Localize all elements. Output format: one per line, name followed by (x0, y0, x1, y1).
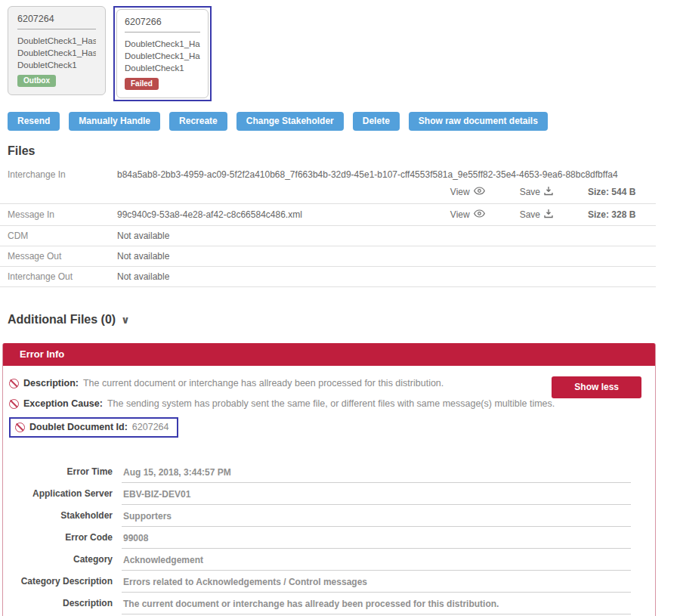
error-exception-cause-line: Exception Cause: The sending system has … (9, 397, 641, 410)
status-badge: Failed (125, 78, 159, 90)
file-row-value: Not available (117, 231, 656, 241)
field-value: Aug 15, 2018, 3:44:57 PM (122, 463, 631, 483)
show-less-button[interactable]: Show less (552, 376, 641, 398)
view-link[interactable]: View (450, 209, 485, 220)
document-id: 6207264 (17, 14, 96, 24)
additional-files-heading: Additional Files (0) (8, 313, 116, 327)
document-card-line: DoubletCheck1_HashV... (17, 35, 96, 47)
field-value: The current document or interchange has … (122, 595, 631, 614)
field-value: 99008 (122, 529, 631, 549)
card-divider (125, 32, 200, 33)
file-row-value: Not available (117, 271, 656, 282)
file-row-value: 99c940c9-53a8-4e28-af42-c8c66584c486.xml (117, 209, 450, 220)
view-link-label: View (450, 209, 470, 220)
field-label: Stakeholder (9, 507, 113, 527)
document-card-line: DoubletCheck1_HashV... (17, 47, 96, 59)
document-id: 6207266 (125, 17, 200, 27)
manually-handle-button[interactable]: Manually Handle (69, 112, 160, 131)
document-card[interactable]: 6207266 DoubletCheck1_HashV... DoubletCh… (116, 9, 209, 98)
chevron-down-icon: ∨ (121, 314, 129, 326)
field-label: Application Server (9, 485, 113, 505)
field-row-error-time: Error Time Aug 15, 2018, 3:44:57 PM (9, 463, 631, 483)
change-stakeholder-button[interactable]: Change Stakeholder (236, 112, 344, 131)
document-card-list: 6207264 DoubletCheck1_HashV... DoubletCh… (0, 0, 680, 101)
file-row-cdm: CDM Not available (0, 226, 656, 246)
page: 6207264 DoubletCheck1_HashV... DoubletCh… (0, 0, 680, 616)
file-row-label: Interchange In (0, 169, 117, 180)
delete-button[interactable]: Delete (353, 112, 400, 131)
field-label: Error Time (9, 463, 113, 483)
error-info-body: Show less Description: The current docum… (3, 366, 655, 616)
note-label: Exception Cause: (23, 398, 103, 409)
doublet-document-id-box[interactable]: Doublet Document Id: 6207264 (9, 417, 178, 438)
save-link[interactable]: Save (520, 186, 553, 198)
file-row-value: b84a5ab8-2bb3-4959-ac09-5f2f2a410b68_7f6… (117, 169, 656, 180)
note-text: The sending system has probably sent the… (107, 398, 555, 409)
error-info-header: Error Info (3, 343, 655, 366)
view-link-label: View (450, 187, 470, 197)
field-label: Category (9, 551, 113, 571)
file-size: Size: 544 B (588, 187, 656, 197)
file-row-interchange-out: Interchange Out Not available (0, 267, 656, 287)
field-row-stakeholder: Stakeholder Supporters (9, 507, 631, 527)
file-row-interchange-in: Interchange In b84a5ab8-2bb3-4959-ac09-5… (0, 165, 656, 204)
files-section: Files Interchange In b84a5ab8-2bb3-4959-… (0, 144, 656, 287)
file-row-label: Message Out (0, 251, 117, 262)
document-card-line: DoubletCheck1_HashV... (125, 50, 200, 62)
eye-icon (474, 209, 485, 220)
field-label: Error Code (9, 529, 113, 549)
field-label: Description (9, 595, 113, 614)
error-fields-list: Error Time Aug 15, 2018, 3:44:57 PM Appl… (9, 463, 641, 616)
view-link[interactable]: View (450, 187, 485, 197)
field-row-category-description: Category Description Errors related to A… (9, 573, 631, 593)
eye-icon (474, 187, 485, 197)
note-text: The current document or interchange has … (83, 378, 444, 388)
field-row-error-code: Error Code 99008 (9, 529, 631, 549)
file-size: Size: 328 B (588, 209, 656, 220)
files-heading: Files (0, 144, 656, 158)
save-link-label: Save (520, 209, 540, 220)
file-row-message-in: Message In 99c940c9-53a8-4e28-af42-c8c66… (0, 204, 656, 226)
field-label: Category Description (9, 573, 113, 593)
prohibited-icon (9, 379, 19, 388)
download-icon (544, 186, 553, 198)
note-label: Description: (23, 378, 79, 388)
field-row-application-server: Application Server EBV-BIZ-DEV01 (9, 485, 631, 505)
document-card[interactable]: 6207264 DoubletCheck1_HashV... DoubletCh… (8, 6, 106, 95)
resend-button[interactable]: Resend (8, 112, 60, 131)
prohibited-icon (15, 423, 25, 432)
error-description-line: Description: The current document or int… (9, 376, 641, 390)
field-row-category: Category Acknowledgement (9, 551, 631, 571)
field-value: Acknowledgement (122, 551, 631, 571)
save-link[interactable]: Save (520, 209, 553, 221)
status-badge: Outbox (17, 75, 56, 87)
download-icon (544, 209, 553, 221)
document-card-line: DoubletCheck1 (125, 62, 200, 74)
field-value: Errors related to Acknowledgements / Con… (122, 573, 631, 593)
document-card-line: DoubletCheck1_HashV... (125, 38, 200, 50)
field-value: Supporters (122, 507, 631, 527)
save-link-label: Save (520, 187, 540, 197)
selected-document-card[interactable]: 6207266 DoubletCheck1_HashV... DoubletCh… (113, 6, 212, 101)
doublet-document-id-value: 6207264 (132, 422, 169, 432)
file-row-message-out: Message Out Not available (0, 246, 656, 267)
recreate-button[interactable]: Recreate (169, 112, 227, 131)
document-card-line: DoubletCheck1 (17, 59, 96, 71)
card-divider (17, 29, 96, 29)
field-value: EBV-BIZ-DEV01 (122, 485, 631, 505)
action-toolbar: Resend Manually Handle Recreate Change S… (0, 101, 680, 131)
additional-files-toggle[interactable]: Additional Files (0) ∨ (0, 313, 680, 327)
note-label: Doublet Document Id: (29, 422, 128, 432)
error-info-panel: Error Info Show less Description: The cu… (2, 343, 656, 616)
file-row-label: Interchange Out (0, 271, 117, 282)
file-row-label: Message In (0, 209, 117, 220)
field-row-description: Description The current document or inte… (9, 595, 631, 614)
file-row-label: CDM (0, 231, 117, 241)
file-row-value: Not available (117, 251, 656, 262)
prohibited-icon (9, 399, 19, 409)
show-raw-document-details-button[interactable]: Show raw document details (409, 112, 548, 131)
